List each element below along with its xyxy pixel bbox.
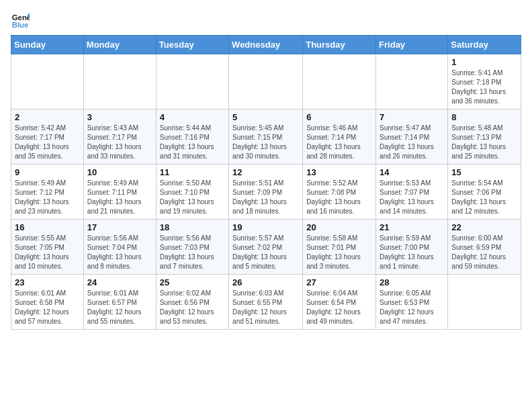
day-cell: 21Sunrise: 5:59 AM Sunset: 7:00 PM Dayli… [376,220,448,275]
day-number: 9 [15,167,80,177]
day-info: Sunrise: 5:42 AM Sunset: 7:17 PM Dayligh… [15,124,80,161]
day-cell: 26Sunrise: 6:03 AM Sunset: 6:55 PM Dayli… [229,275,303,330]
weekday-header-sunday: Sunday [11,36,84,54]
day-info: Sunrise: 5:58 AM Sunset: 7:01 PM Dayligh… [306,234,372,271]
day-number: 6 [306,112,372,122]
day-info: Sunrise: 5:46 AM Sunset: 7:14 PM Dayligh… [306,124,372,161]
day-cell: 27Sunrise: 6:04 AM Sunset: 6:54 PM Dayli… [303,275,376,330]
day-number: 25 [160,277,225,287]
day-info: Sunrise: 5:52 AM Sunset: 7:08 PM Dayligh… [306,179,372,216]
day-info: Sunrise: 5:57 AM Sunset: 7:02 PM Dayligh… [232,234,299,271]
day-info: Sunrise: 5:59 AM Sunset: 7:00 PM Dayligh… [380,234,444,271]
day-info: Sunrise: 5:56 AM Sunset: 7:03 PM Dayligh… [160,234,225,271]
day-number: 21 [380,222,444,232]
day-number: 19 [232,222,299,232]
day-cell: 13Sunrise: 5:52 AM Sunset: 7:08 PM Dayli… [303,165,376,220]
day-cell: 15Sunrise: 5:54 AM Sunset: 7:06 PM Dayli… [448,165,521,220]
day-cell [83,54,156,109]
day-cell: 3Sunrise: 5:43 AM Sunset: 7:17 PM Daylig… [83,109,156,165]
day-info: Sunrise: 5:48 AM Sunset: 7:13 PM Dayligh… [451,124,517,161]
day-number: 22 [451,222,517,232]
day-cell: 22Sunrise: 6:00 AM Sunset: 6:59 PM Dayli… [448,220,521,275]
day-number: 2 [15,112,80,122]
day-cell: 23Sunrise: 6:01 AM Sunset: 6:58 PM Dayli… [11,275,84,330]
day-info: Sunrise: 5:43 AM Sunset: 7:17 PM Dayligh… [87,124,152,161]
day-number: 11 [160,167,225,177]
day-number: 1 [451,57,517,67]
weekday-header-tuesday: Tuesday [156,36,228,54]
day-cell: 20Sunrise: 5:58 AM Sunset: 7:01 PM Dayli… [303,220,376,275]
day-number: 12 [232,167,299,177]
week-row-1: 1Sunrise: 5:41 AM Sunset: 7:18 PM Daylig… [11,54,521,109]
day-number: 8 [451,112,517,122]
day-cell: 16Sunrise: 5:55 AM Sunset: 7:05 PM Dayli… [11,220,84,275]
day-cell: 19Sunrise: 5:57 AM Sunset: 7:02 PM Dayli… [229,220,303,275]
day-info: Sunrise: 5:51 AM Sunset: 7:09 PM Dayligh… [232,179,299,216]
day-info: Sunrise: 6:03 AM Sunset: 6:55 PM Dayligh… [232,289,299,326]
weekday-header-monday: Monday [83,36,156,54]
day-info: Sunrise: 6:02 AM Sunset: 6:56 PM Dayligh… [160,289,225,326]
day-cell [448,275,521,330]
weekday-header-row: SundayMondayTuesdayWednesdayThursdayFrid… [11,36,521,54]
day-number: 3 [87,112,152,122]
day-cell: 5Sunrise: 5:45 AM Sunset: 7:15 PM Daylig… [229,109,303,165]
day-info: Sunrise: 5:50 AM Sunset: 7:10 PM Dayligh… [160,179,225,216]
week-row-5: 23Sunrise: 6:01 AM Sunset: 6:58 PM Dayli… [11,275,521,330]
day-info: Sunrise: 5:41 AM Sunset: 7:18 PM Dayligh… [451,68,517,106]
day-cell: 4Sunrise: 5:44 AM Sunset: 7:16 PM Daylig… [156,109,228,165]
day-cell [156,54,228,109]
day-cell: 24Sunrise: 6:01 AM Sunset: 6:57 PM Dayli… [83,275,156,330]
weekday-header-wednesday: Wednesday [229,36,303,54]
weekday-header-thursday: Thursday [303,36,376,54]
day-cell [11,54,84,109]
day-info: Sunrise: 6:05 AM Sunset: 6:53 PM Dayligh… [380,289,444,326]
day-number: 14 [380,167,444,177]
day-info: Sunrise: 6:01 AM Sunset: 6:57 PM Dayligh… [87,289,152,326]
day-cell: 11Sunrise: 5:50 AM Sunset: 7:10 PM Dayli… [156,165,228,220]
day-info: Sunrise: 5:44 AM Sunset: 7:16 PM Dayligh… [160,124,225,161]
header: General Blue [11,11,521,30]
day-number: 5 [232,112,299,122]
day-number: 13 [306,167,372,177]
day-cell: 17Sunrise: 5:56 AM Sunset: 7:04 PM Dayli… [83,220,156,275]
day-info: Sunrise: 5:49 AM Sunset: 7:11 PM Dayligh… [87,179,152,216]
weekday-header-saturday: Saturday [448,36,521,54]
day-info: Sunrise: 6:01 AM Sunset: 6:58 PM Dayligh… [15,289,80,326]
day-info: Sunrise: 5:49 AM Sunset: 7:12 PM Dayligh… [15,179,80,216]
day-info: Sunrise: 5:47 AM Sunset: 7:14 PM Dayligh… [380,124,444,161]
day-number: 24 [87,277,152,287]
day-info: Sunrise: 5:56 AM Sunset: 7:04 PM Dayligh… [87,234,152,271]
day-cell: 9Sunrise: 5:49 AM Sunset: 7:12 PM Daylig… [11,165,84,220]
day-info: Sunrise: 6:04 AM Sunset: 6:54 PM Dayligh… [306,289,372,326]
day-number: 15 [451,167,517,177]
week-row-2: 2Sunrise: 5:42 AM Sunset: 7:17 PM Daylig… [11,109,521,165]
svg-text:Blue: Blue [12,21,29,29]
day-info: Sunrise: 5:45 AM Sunset: 7:15 PM Dayligh… [232,124,299,161]
day-cell: 8Sunrise: 5:48 AM Sunset: 7:13 PM Daylig… [448,109,521,165]
day-cell: 2Sunrise: 5:42 AM Sunset: 7:17 PM Daylig… [11,109,84,165]
day-number: 16 [15,222,80,232]
logo-icon: General Blue [11,11,30,30]
day-number: 20 [306,222,372,232]
day-number: 23 [15,277,80,287]
day-cell: 6Sunrise: 5:46 AM Sunset: 7:14 PM Daylig… [303,109,376,165]
day-cell [303,54,376,109]
calendar-table: SundayMondayTuesdayWednesdayThursdayFrid… [11,35,521,330]
day-cell: 1Sunrise: 5:41 AM Sunset: 7:18 PM Daylig… [448,54,521,109]
day-cell [229,54,303,109]
day-number: 7 [380,112,444,122]
day-number: 18 [160,222,225,232]
day-number: 28 [380,277,444,287]
logo: General Blue [11,11,32,30]
week-row-4: 16Sunrise: 5:55 AM Sunset: 7:05 PM Dayli… [11,220,521,275]
day-info: Sunrise: 5:53 AM Sunset: 7:07 PM Dayligh… [380,179,444,216]
day-number: 4 [160,112,225,122]
day-cell: 10Sunrise: 5:49 AM Sunset: 7:11 PM Dayli… [83,165,156,220]
day-cell: 18Sunrise: 5:56 AM Sunset: 7:03 PM Dayli… [156,220,228,275]
day-cell: 7Sunrise: 5:47 AM Sunset: 7:14 PM Daylig… [376,109,448,165]
day-cell [376,54,448,109]
day-number: 26 [232,277,299,287]
day-info: Sunrise: 6:00 AM Sunset: 6:59 PM Dayligh… [451,234,517,271]
day-cell: 28Sunrise: 6:05 AM Sunset: 6:53 PM Dayli… [376,275,448,330]
day-cell: 12Sunrise: 5:51 AM Sunset: 7:09 PM Dayli… [229,165,303,220]
